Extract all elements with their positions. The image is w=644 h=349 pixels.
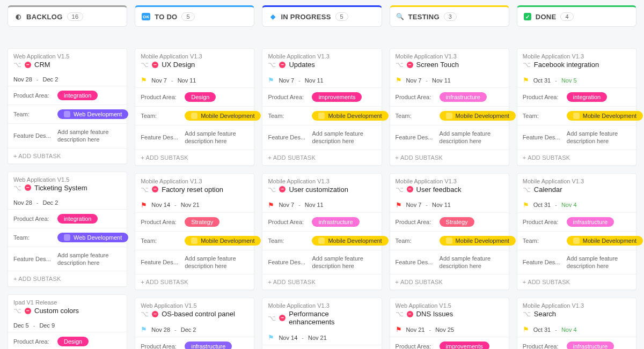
team-icon xyxy=(64,234,70,241)
product-area-pill[interactable]: Design xyxy=(57,337,89,346)
team-pill[interactable]: Mobile Development xyxy=(440,236,516,246)
task-card[interactable]: Mobile Application V1.3⌥Search⚑Oct 31-No… xyxy=(517,298,636,349)
product-area-pill[interactable]: infrastructure xyxy=(567,341,614,349)
team-pill[interactable]: Mobile Development xyxy=(185,236,261,246)
team-icon xyxy=(446,237,452,244)
task-card[interactable]: Mobile Application V1.3⌥−Screen Touch⚑No… xyxy=(390,48,509,166)
feature-desc-label: Feature Des... xyxy=(396,134,434,140)
team-label: Team: xyxy=(523,237,561,244)
flag-icon: ⚑ xyxy=(268,333,274,341)
feature-desc-text[interactable]: Add sample feature description here xyxy=(567,130,631,145)
minus-icon: − xyxy=(25,62,31,68)
flag-icon: ⚑ xyxy=(523,201,529,209)
column-inprogress: ◆IN PROGRESS5Mobile Application V1.3⌥−Up… xyxy=(262,5,382,349)
product-area-pill[interactable]: infrastructure xyxy=(312,217,359,227)
date-row: ⚑Oct 31-Nov 4 xyxy=(517,197,636,212)
feature-desc-label: Feature Des... xyxy=(396,259,434,265)
product-area-pill[interactable]: Strategy xyxy=(440,217,474,227)
add-subtask-button[interactable]: + ADD SUBTASK xyxy=(517,150,636,165)
start-date: Oct 31 xyxy=(533,202,551,208)
add-subtask-button[interactable]: + ADD SUBTASK xyxy=(262,274,381,289)
product-area-pill[interactable]: integration xyxy=(567,92,607,102)
project-label: Web Application V1.5 xyxy=(396,302,503,309)
end-date: Dec 2 xyxy=(181,326,196,333)
branch-icon: ⌥ xyxy=(141,310,149,318)
feature-desc-text[interactable]: Add sample feature description here xyxy=(312,255,376,270)
minus-icon: − xyxy=(279,186,286,192)
task-card[interactable]: Mobile Application V1.3⌥−UX Design⚑Nov 7… xyxy=(135,48,254,166)
product-area-pill[interactable]: integration xyxy=(57,91,98,100)
column-title: TO DO xyxy=(155,13,177,21)
team-pill[interactable]: Mobile Development xyxy=(312,111,388,121)
product-area-pill[interactable]: infrastructure xyxy=(567,217,614,227)
add-subtask-button[interactable]: + ADD SUBTASK xyxy=(390,150,509,165)
add-subtask-button[interactable]: + ADD SUBTASK xyxy=(262,150,381,165)
end-date: Dec 2 xyxy=(43,199,58,206)
end-date: Nov 21 xyxy=(181,202,200,208)
add-subtask-button[interactable]: + ADD SUBTASK xyxy=(390,274,509,289)
date-row: ⚑Nov 21-Nov 25 xyxy=(390,321,509,337)
column-header[interactable]: ◐BACKLOG16 xyxy=(8,5,127,27)
task-card[interactable]: Mobile Application V1.3⌥Calendar⚑Oct 31-… xyxy=(517,173,636,291)
task-card[interactable]: Web Application V1.5⌥−Ticketing SystemNo… xyxy=(8,172,127,287)
team-pill[interactable]: Web Development xyxy=(57,233,128,242)
team-pill[interactable]: Web Development xyxy=(57,109,128,119)
product-area-pill[interactable]: Design xyxy=(185,92,216,102)
team-label: Team: xyxy=(268,113,306,119)
task-card[interactable]: Ipad V1 Release⌥−Custom colorsDec 5-Dec … xyxy=(8,294,127,349)
feature-desc-text[interactable]: Add sample feature description here xyxy=(57,251,121,267)
product-area-pill[interactable]: improvements xyxy=(312,92,362,102)
date-row: ⚑Nov 7-Nov 11 xyxy=(262,72,381,87)
feature-desc-text[interactable]: Add sample feature description here xyxy=(185,130,248,145)
product-area-pill[interactable]: infrastructure xyxy=(185,341,232,349)
project-label: Mobile Application V1.3 xyxy=(141,178,248,184)
feature-desc-text[interactable]: Add sample feature description here xyxy=(312,130,376,145)
add-subtask-button[interactable]: + ADD SUBTASK xyxy=(517,274,636,289)
branch-icon: ⌥ xyxy=(396,61,404,69)
task-title: Search xyxy=(534,310,556,318)
product-area-pill[interactable]: infrastructure xyxy=(440,92,487,102)
task-card[interactable]: Mobile Application V1.3⌥−Factory reset o… xyxy=(135,173,254,291)
product-area-pill[interactable]: integration xyxy=(57,214,98,224)
task-card[interactable]: Web Application V1.5⌥−OS-based control p… xyxy=(135,298,254,349)
team-icon xyxy=(64,111,70,117)
task-card[interactable]: Web Application V1.5⌥−DNS Issues⚑Nov 21-… xyxy=(390,298,509,349)
flag-icon: ⚑ xyxy=(523,325,529,333)
task-card[interactable]: Mobile Application V1.3⌥−Performance enh… xyxy=(262,298,382,349)
branch-icon: ⌥ xyxy=(13,61,21,69)
add-subtask-button[interactable]: + ADD SUBTASK xyxy=(135,150,254,165)
column-header[interactable]: OKTO DO5 xyxy=(135,5,254,27)
feature-desc-text[interactable]: Add sample feature description here xyxy=(185,255,248,270)
team-pill[interactable]: Mobile Development xyxy=(567,236,643,246)
product-area-pill[interactable]: improvements xyxy=(440,341,489,349)
add-subtask-button[interactable]: + ADD SUBTASK xyxy=(135,274,254,289)
feature-desc-text[interactable]: Add sample feature description here xyxy=(567,255,631,270)
feature-desc-text[interactable]: Add sample feature description here xyxy=(57,128,121,144)
feature-desc-text[interactable]: Add sample feature description here xyxy=(440,255,503,270)
add-subtask-button[interactable]: + ADD SUBTASK xyxy=(8,271,127,286)
flag-icon: ⚑ xyxy=(141,325,147,333)
task-card[interactable]: Mobile Application V1.3⌥Facebook integra… xyxy=(517,48,636,166)
minus-icon: − xyxy=(152,186,158,192)
project-label: Mobile Application V1.3 xyxy=(523,302,631,309)
feature-desc-text[interactable]: Add sample feature description here xyxy=(440,130,503,145)
team-pill[interactable]: Mobile Development xyxy=(440,111,516,121)
task-card[interactable]: Mobile Application V1.3⌥−User customizat… xyxy=(262,173,382,291)
add-subtask-button[interactable]: + ADD SUBTASK xyxy=(8,148,127,164)
team-icon xyxy=(446,113,452,119)
branch-icon: ⌥ xyxy=(523,185,531,194)
team-pill[interactable]: Mobile Development xyxy=(312,236,388,246)
date-row: Dec 5-Dec 9 xyxy=(8,318,127,332)
task-card[interactable]: Mobile Application V1.3⌥−Updates⚑Nov 7-N… xyxy=(262,48,382,166)
product-area-pill[interactable]: Strategy xyxy=(185,217,219,227)
column-header[interactable]: ✓DONE4 xyxy=(517,5,636,27)
todo-icon: OK xyxy=(142,13,150,20)
column-header[interactable]: ◆IN PROGRESS5 xyxy=(262,5,382,27)
column-count: 16 xyxy=(67,12,84,21)
team-pill[interactable]: Mobile Development xyxy=(185,111,261,121)
column-header[interactable]: 🔍TESTING3 xyxy=(390,5,509,27)
task-card[interactable]: Web Application V1.5⌥−CRMNov 28-Dec 2Pro… xyxy=(8,48,127,164)
team-pill[interactable]: Mobile Development xyxy=(567,111,643,121)
team-label: Team: xyxy=(268,237,306,244)
task-card[interactable]: Mobile Application V1.3⌥−User feedback⚑N… xyxy=(390,173,509,291)
